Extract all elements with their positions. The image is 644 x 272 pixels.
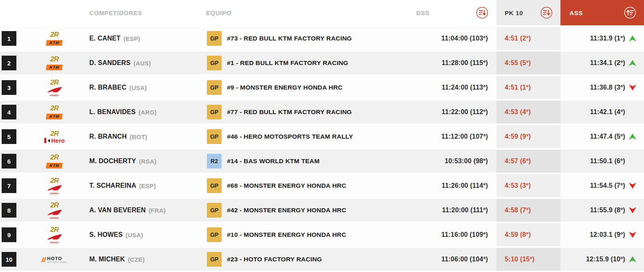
brand-logo: 2R HONDA HONDA HONDA HONDA: [20, 223, 89, 246]
class-badge: GP: [207, 129, 222, 144]
class-badge: GP: [207, 80, 222, 95]
brand-logo: 2R HONDA HONDA HONDA HONDA: [20, 174, 89, 197]
competitor-cell: D. SANDERS (AUS): [89, 52, 206, 74]
table-row[interactable]: 6 2R KTM KTM KTM KTM M. DOCHE: [0, 150, 644, 173]
competitor-name: R. BRABEC: [89, 84, 127, 91]
ass-time: 12:03.1 (9º): [590, 231, 625, 238]
dss-cell: 11:20:00 (111º): [410, 199, 497, 222]
brand-logo: 2R Hero Hero Hero Hero: [20, 125, 89, 148]
header-ass-cell: ASS: [560, 0, 644, 25]
dss-time: 11:04:00 (103º): [441, 35, 488, 42]
class-badge: GP: [207, 56, 222, 70]
pk10-sort-descending-icon[interactable]: [540, 7, 553, 19]
ass-cell: 11:47.4 (5º): [560, 125, 644, 148]
table-row[interactable]: 10 HOTO HOTO HOTO HOTO MOTORCYCLES: [0, 248, 644, 271]
team-name: #68 - MONSTER ENERGY HONDA HRC: [227, 182, 346, 189]
pk10-time: 4:57 (6º): [505, 157, 531, 165]
column-header-pk10: PK 10: [505, 9, 523, 16]
ass-sort-ascending-icon[interactable]: [624, 7, 636, 19]
competitor-name: L. BENAVIDES: [89, 108, 136, 116]
brand-logo: 2R HONDA HONDA HONDA HONDA: [20, 199, 89, 222]
pk10-time: 4:59 (9º): [505, 133, 531, 140]
dss-time: 11:20:00 (111º): [442, 207, 488, 214]
position-badge: 1: [2, 31, 16, 46]
column-header-ass: ASS: [569, 9, 583, 16]
position-badge: 10: [2, 252, 16, 267]
position-cell: 6: [0, 150, 20, 173]
position-cell: 5: [0, 125, 20, 148]
column-header-dss: DSS: [416, 9, 430, 16]
pk10-time: 4:51 (1º): [505, 84, 531, 91]
dss-cell: 11:28:00 (115º): [410, 52, 497, 74]
ass-time: 11:50.1 (6º): [590, 157, 625, 165]
table-row[interactable]: 8 2R HONDA HONDA HONDA HONDA: [0, 199, 644, 222]
ass-time: 11:36.8 (3º): [590, 84, 625, 91]
team-name: #10 - MONSTER ENERGY HONDA HRC: [227, 231, 346, 238]
table-row[interactable]: 3 2R HONDA HONDA HONDA HONDA: [0, 76, 644, 99]
brand-logo: HOTO HOTO HOTO HOTO MOTORCYCLES: [20, 248, 89, 271]
table-row[interactable]: 9 2R HONDA HONDA HONDA HONDA: [0, 223, 644, 246]
team-name: #73 - RED BULL KTM FACTORY RACING: [227, 35, 352, 42]
competitor-cell: R. BRABEC (USA): [89, 76, 206, 99]
ass-cell: 12:15.9 (10º): [560, 248, 644, 271]
ass-cell: 12:03.1 (9º): [560, 223, 644, 246]
competitor-cell: T. SCHAREINA (ESP): [89, 174, 206, 197]
table-row[interactable]: 2 2R KTM KTM KTM KTM D. SANDE: [0, 52, 644, 74]
competitor-country: (AUS): [134, 60, 151, 67]
competitor-name: T. SCHAREINA: [89, 182, 136, 189]
pk10-time: 4:58 (7º): [505, 207, 531, 214]
class-badge: GP: [207, 227, 222, 242]
leaderboard-table: COMPETIDORES EQUIPO DSS PK 10 ASS 1 2R K…: [0, 0, 644, 271]
position-badge: 5: [2, 129, 16, 144]
competitor-cell: E. CANET (ESP): [89, 27, 206, 50]
table-row[interactable]: 4 2R KTM KTM KTM KTM L. BENAV: [0, 101, 644, 124]
rally2-2r-logo: 2R: [50, 56, 59, 63]
rally2-2r-logo: 2R: [50, 79, 59, 86]
trend-icon: [629, 232, 636, 238]
team-cell: GP #10 - MONSTER ENERGY HONDA HRC: [206, 223, 410, 246]
pk10-cell: 4:58 (7º): [497, 199, 560, 222]
honda-wing-logo: HONDA: [47, 209, 62, 219]
team-name: #42 - MONSTER ENERGY HONDA HRC: [227, 207, 346, 214]
honda-wing-logo: HONDA: [47, 185, 62, 195]
dss-cell: 10:53:00 (98º): [410, 150, 497, 173]
class-badge: GP: [207, 178, 222, 193]
competitor-country: (ARG): [138, 109, 156, 116]
class-badge: R2: [207, 154, 222, 169]
dss-time: 10:53:00 (98º): [444, 157, 488, 165]
team-name: #1 - RED BULL KTM FACTORY RACING: [227, 59, 348, 67]
dss-cell: 11:12:00 (107º): [410, 125, 497, 148]
ass-cell: 11:42.1 (4º): [560, 101, 644, 124]
hero-arrow-icon: [48, 139, 50, 142]
position-badge: 3: [2, 80, 16, 95]
honda-wing-logo: HONDA: [47, 87, 62, 97]
dss-time: 11:12:00 (107º): [441, 133, 488, 140]
table-row[interactable]: 1 2R KTM KTM KTM KTM E. CANET: [0, 27, 644, 50]
table-row[interactable]: 5 2R Hero Hero Hero Hero R. B: [0, 125, 644, 148]
ass-cell: 11:54.5 (7º): [560, 174, 644, 197]
ktm-logo: KTM: [46, 63, 62, 70]
brand-logo: 2R HONDA HONDA HONDA HONDA: [20, 76, 89, 99]
competitor-name: S. HOWES: [89, 231, 123, 238]
dss-sort-descending-icon[interactable]: [476, 7, 488, 19]
table-header: COMPETIDORES EQUIPO DSS PK 10 ASS: [0, 0, 644, 25]
rally2-2r-logo: 2R: [50, 202, 59, 209]
rally2-2r-logo: 2R: [50, 177, 59, 184]
table-row[interactable]: 7 2R HONDA HONDA HONDA HONDA: [0, 174, 644, 197]
competitor-name: D. SANDERS: [89, 59, 131, 67]
position-badge: 7: [2, 178, 16, 193]
trend-icon: [629, 36, 636, 42]
header-position-spacer: [0, 0, 20, 25]
pk10-time: 4:53 (3º): [505, 182, 531, 189]
position-badge: 9: [2, 227, 16, 242]
competitor-country: (RSA): [139, 158, 156, 165]
competitor-country: (USA): [126, 232, 143, 238]
pk10-cell: 4:53 (4º): [497, 101, 560, 124]
competitor-name: M. MICHEK: [89, 256, 125, 263]
header-logo-spacer: [20, 0, 89, 25]
competitor-cell: M. DOCHERTY (RSA): [89, 150, 206, 173]
pk10-time: 4:51 (2º): [505, 35, 531, 42]
ass-cell: 11:50.1 (6º): [560, 150, 644, 173]
team-name: #14 - BAS WORLD KTM TEAM: [227, 157, 320, 165]
trend-icon: [629, 183, 636, 189]
